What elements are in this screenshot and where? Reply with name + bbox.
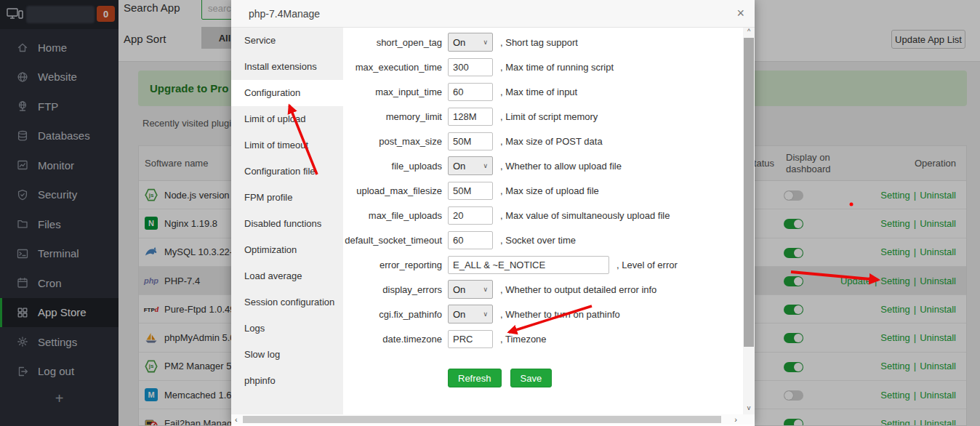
- modal-vertical-scrollbar[interactable]: ^ v: [743, 28, 755, 414]
- field-hint: , Limit of script memory: [500, 111, 598, 122]
- field-hint: , Whether to output detailed error info: [500, 284, 656, 295]
- modal-nav-configuration-file[interactable]: Configuration file: [231, 158, 343, 185]
- field-label: short_open_tag: [343, 37, 442, 48]
- field-hint: , Max time of input: [500, 87, 577, 97]
- modal-nav-install-extensions[interactable]: Install extensions: [231, 54, 343, 80]
- form-row-max-input-time: max_input_time, Max time of input: [343, 79, 743, 104]
- field-label: max_input_time: [343, 87, 442, 97]
- field-hint: , Whether to allow upload file: [500, 161, 622, 172]
- select-value: On: [453, 284, 465, 295]
- short-open-tag-select[interactable]: On∨: [448, 33, 493, 52]
- close-icon[interactable]: ×: [736, 0, 744, 26]
- modal-nav-logs[interactable]: Logs: [231, 316, 343, 342]
- modal-horizontal-scrollbar[interactable]: ‹ ›: [231, 414, 755, 425]
- form-row-file-uploads: file_uploadsOn∨, Whether to allow upload…: [343, 153, 743, 178]
- modal-nav-limit-of-timeout[interactable]: Limit of timeout: [231, 132, 343, 158]
- form-row-date-timezone: date.timezone, Timezone: [343, 326, 743, 351]
- modal-title: php-7.4Manage: [249, 0, 320, 28]
- chevron-down-icon: ∨: [483, 39, 488, 46]
- form-row-memory-limit: memory_limit, Limit of script memory: [343, 104, 743, 129]
- field-label: max_file_uploads: [343, 210, 442, 221]
- memory-limit-input[interactable]: [448, 108, 493, 126]
- file-uploads-select[interactable]: On∨: [448, 156, 493, 175]
- cgi-fix-pathinfo-select[interactable]: On∨: [448, 305, 493, 323]
- modal-nav-limit-of-upload[interactable]: Limit of upload: [231, 106, 343, 132]
- field-label: max_execution_time: [343, 62, 442, 73]
- form-row-short-open-tag: short_open_tagOn∨, Short tag support: [343, 30, 743, 55]
- form-row-cgi-fix-pathinfo: cgi.fix_pathinfoOn∨, Whether to turn on …: [343, 302, 743, 326]
- field-hint: , Short tag support: [500, 37, 578, 48]
- display-errors-select[interactable]: On∨: [448, 280, 493, 299]
- form-row-default-socket-timeout: default_socket_timeout, Socket over time: [343, 228, 743, 252]
- modal-nav-fpm-profile[interactable]: FPM profile: [231, 185, 343, 211]
- field-hint: , Timezone: [500, 334, 547, 345]
- field-hint: , Socket over time: [500, 235, 576, 246]
- field-label: date.timezone: [343, 334, 442, 345]
- form-row-max-execution-time: max_execution_time, Max time of running …: [343, 55, 743, 79]
- select-value: On: [453, 309, 465, 320]
- chevron-down-icon: ∨: [483, 286, 488, 293]
- date-timezone-input[interactable]: [448, 330, 493, 348]
- field-hint: , Max size of upload file: [500, 185, 599, 196]
- post-max-size-input[interactable]: [448, 132, 493, 150]
- field-hint: , Whether to turn on pathinfo: [500, 309, 620, 320]
- vertical-scroll-thumb[interactable]: [744, 38, 754, 347]
- form-row-display-errors: display_errorsOn∨, Whether to output det…: [343, 277, 743, 302]
- modal-nav-optimization[interactable]: Optimization: [231, 237, 343, 263]
- field-hint: , Max value of simultaneously upload fil…: [500, 210, 670, 221]
- form-row-post-max-size: post_max_size, Max size of POST data: [343, 129, 743, 153]
- field-label: display_errors: [343, 284, 442, 295]
- field-label: memory_limit: [343, 111, 442, 122]
- scroll-down-icon[interactable]: v: [743, 404, 755, 414]
- modal-header: php-7.4Manage ×: [231, 0, 755, 28]
- save-button[interactable]: Save: [510, 369, 553, 387]
- modal-configuration-form: short_open_tagOn∨, Short tag supportmax_…: [343, 28, 743, 414]
- modal-nav-disabled-functions[interactable]: Disabled functions: [231, 211, 343, 237]
- form-row-upload-max-filesize: upload_max_filesize, Max size of upload …: [343, 178, 743, 203]
- upload-max-filesize-input[interactable]: [448, 182, 493, 200]
- field-hint: , Level of error: [616, 260, 678, 270]
- default-socket-timeout-input[interactable]: [448, 231, 493, 249]
- error-reporting-input[interactable]: [448, 256, 609, 274]
- horizontal-scroll-thumb[interactable]: [243, 416, 721, 423]
- modal-nav-configuration[interactable]: Configuration: [231, 80, 343, 106]
- scroll-up-icon[interactable]: ^: [743, 28, 755, 38]
- form-row-max-file-uploads: max_file_uploads, Max value of simultane…: [343, 203, 743, 228]
- select-value: On: [453, 37, 465, 48]
- field-label: default_socket_timeout: [343, 235, 442, 246]
- app-store-page: 0 HomeWebsiteFTPDatabasesMonitorSecurity…: [0, 0, 980, 426]
- max-input-time-input[interactable]: [448, 83, 493, 101]
- refresh-button[interactable]: Refresh: [448, 369, 502, 387]
- field-label: upload_max_filesize: [343, 185, 442, 196]
- modal-nav-service[interactable]: Service: [231, 28, 343, 54]
- chevron-down-icon: ∨: [483, 310, 488, 318]
- field-label: cgi.fix_pathinfo: [343, 309, 442, 320]
- form-buttons: RefreshSave: [448, 369, 743, 387]
- scroll-right-icon[interactable]: ›: [734, 414, 737, 425]
- modal-nav-phpinfo[interactable]: phpinfo: [231, 368, 343, 394]
- modal-nav-session-configuration[interactable]: Session configuration: [231, 289, 343, 316]
- field-hint: , Max size of POST data: [500, 136, 603, 147]
- modal-nav-load-average[interactable]: Load average: [231, 263, 343, 289]
- form-row-error-reporting: error_reporting, Level of error: [343, 252, 743, 277]
- select-value: On: [453, 161, 465, 172]
- field-hint: , Max time of running script: [500, 62, 614, 73]
- chevron-down-icon: ∨: [483, 162, 488, 169]
- scroll-left-icon[interactable]: ‹: [235, 414, 238, 425]
- modal-nav: ServiceInstall extensionsConfigurationLi…: [231, 28, 343, 414]
- field-label: post_max_size: [343, 136, 442, 147]
- field-label: error_reporting: [343, 260, 442, 270]
- php-manage-modal: php-7.4Manage × ServiceInstall extension…: [231, 0, 755, 426]
- max-file-uploads-input[interactable]: [448, 206, 493, 225]
- max-execution-time-input[interactable]: [448, 58, 493, 76]
- field-label: file_uploads: [343, 161, 442, 172]
- modal-nav-slow-log[interactable]: Slow log: [231, 342, 343, 368]
